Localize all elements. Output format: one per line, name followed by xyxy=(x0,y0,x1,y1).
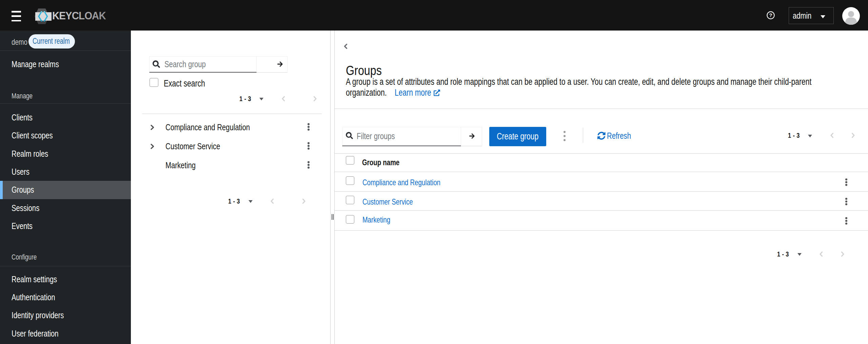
svg-text:?: ? xyxy=(769,12,772,18)
svg-text:KEYCLOAK: KEYCLOAK xyxy=(52,9,106,22)
